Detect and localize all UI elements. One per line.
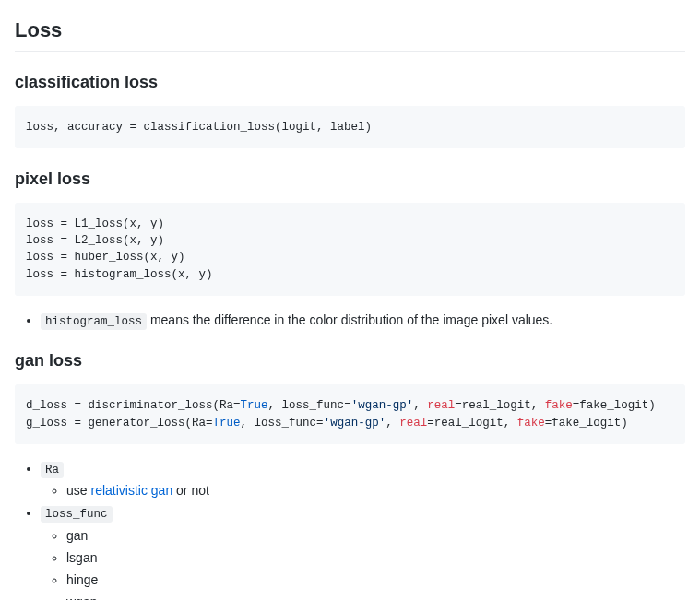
pixel-note-list: histogram_loss means the difference in t… <box>15 311 685 331</box>
list-item: loss_func gan lsgan hinge wgan wgan-gp d… <box>41 503 685 600</box>
inline-code-lossfunc: loss_func <box>41 506 113 523</box>
note-text: means the difference in the color distri… <box>147 312 552 327</box>
code-block-classification: loss, accuracy = classification_loss(log… <box>15 106 685 148</box>
code-block-pixel: loss = L1_loss(x, y) loss = L2_loss(x, y… <box>15 203 685 296</box>
section-heading-classification: classification loss <box>15 70 685 95</box>
list-item: lsgan <box>66 548 685 568</box>
section-heading-pixel: pixel loss <box>15 167 685 192</box>
section-heading-gan: gan loss <box>15 348 685 373</box>
gan-note-list: Ra use relativistic gan or not loss_func… <box>15 459 685 600</box>
relativistic-gan-link[interactable]: relativistic gan <box>90 483 172 498</box>
text: use <box>66 483 90 498</box>
list-item: gan <box>66 526 685 546</box>
inline-code-ra: Ra <box>41 462 64 478</box>
list-item: use relativistic gan or not <box>66 481 685 500</box>
list-item: Ra use relativistic gan or not <box>41 459 685 501</box>
inline-code-histogram: histogram_loss <box>41 313 147 330</box>
list-item: wgan <box>66 593 685 600</box>
code-block-gan: d_loss = discriminator_loss(Ra=True, los… <box>15 384 685 443</box>
list-item: hinge <box>66 571 685 590</box>
page-title: Loss <box>15 15 685 52</box>
list-item: histogram_loss means the difference in t… <box>41 311 685 331</box>
text: or not <box>172 483 209 498</box>
